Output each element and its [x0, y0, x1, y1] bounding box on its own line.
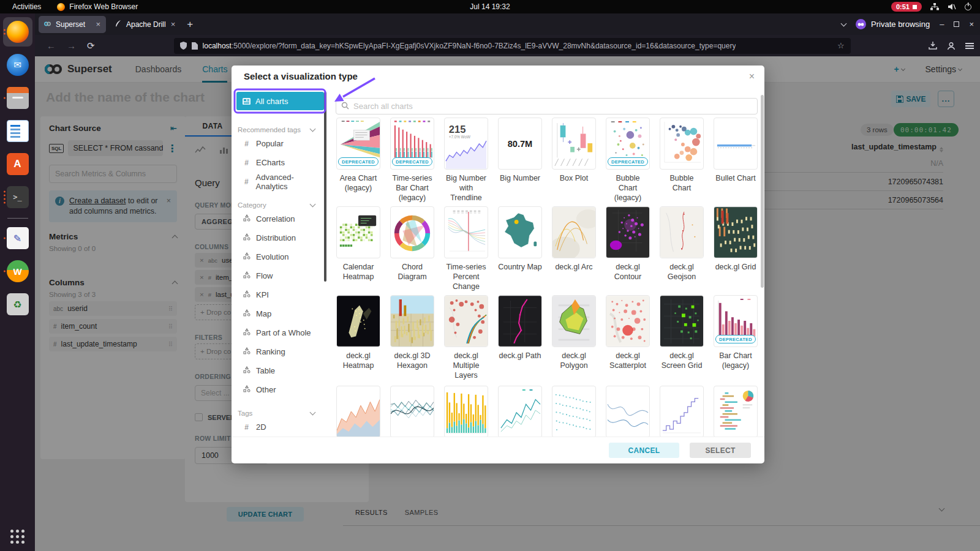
chart-card-partial-4[interactable]	[552, 386, 596, 437]
chart-card-area-chart-legacy-[interactable]: DEPRECATEDArea Chart (legacy)	[336, 118, 380, 203]
chart-card-deck-gl-grid[interactable]: deck.gl Grid	[714, 206, 758, 291]
chart-card-deck-gl-multiple-layers[interactable]: deck.gl Multiple Layers	[444, 295, 488, 380]
sidebar-item-table[interactable]: Table	[232, 361, 323, 380]
chart-thumbnail	[444, 295, 488, 347]
sidebar-item-echarts[interactable]: #ECharts	[232, 153, 323, 172]
sidebar-item-evolution[interactable]: Evolution	[232, 247, 323, 266]
cancel-button[interactable]: CANCEL	[609, 443, 679, 458]
chart-card-deck-gl-heatmap[interactable]: deck.gl Heatmap	[336, 295, 380, 380]
power-icon[interactable]	[965, 4, 971, 10]
bookmark-star-icon[interactable]: ☆	[837, 41, 845, 50]
network-icon[interactable]	[930, 3, 939, 10]
minimize-button[interactable]: –	[940, 20, 944, 29]
chart-card-time-series-percent-change[interactable]: Time-series Percent Change	[444, 206, 488, 291]
chart-card-partial-2[interactable]	[444, 386, 488, 437]
running-indicator	[4, 191, 6, 204]
tab-close-icon[interactable]: ×	[96, 20, 100, 29]
back-icon[interactable]: ←	[47, 40, 56, 51]
chevron-down-icon[interactable]	[310, 410, 316, 416]
chart-card-partial-3[interactable]	[498, 386, 542, 437]
chart-card-partial-0[interactable]	[336, 386, 380, 437]
select-button[interactable]: SELECT	[690, 443, 751, 458]
clock[interactable]: Jul 14 19:32	[0, 2, 980, 11]
volume-muted-icon[interactable]	[948, 3, 956, 10]
chart-card-deck-gl-3d-hexagon[interactable]: deck.gl 3D Hexagon	[390, 295, 434, 380]
sidebar-item-distribution[interactable]: Distribution	[232, 228, 323, 247]
files-icon	[7, 87, 29, 109]
list-all-tabs-icon[interactable]	[841, 20, 847, 26]
chevron-down-icon[interactable]	[310, 126, 316, 132]
new-tab-button[interactable]: +	[187, 18, 193, 31]
forward-icon[interactable]: →	[67, 40, 76, 51]
chart-card-partial-5[interactable]	[606, 386, 650, 437]
chart-card-deck-gl-scatterplot[interactable]: deck.gl Scatterplot	[606, 295, 650, 380]
save-page-icon[interactable]	[929, 42, 937, 50]
chart-card-deck-gl-arc[interactable]: deck.gl Arc	[552, 206, 596, 291]
sidebar-item-ranking[interactable]: Ranking	[232, 342, 323, 361]
sidebar-item-map[interactable]: Map	[232, 304, 323, 323]
sidebar-item-popular[interactable]: #Popular	[232, 134, 323, 153]
chart-card-bullet-chart[interactable]: Bullet Chart	[714, 118, 758, 203]
sidebar-item-part-of-a-whole[interactable]: Part of a Whole	[232, 323, 323, 342]
content-scrollbar[interactable]	[761, 95, 764, 288]
chart-card-deck-gl-screen-grid[interactable]: deck.gl Screen Grid	[660, 295, 704, 380]
chart-card-partial-7[interactable]	[714, 386, 758, 437]
chart-card-country-map[interactable]: Country Map	[498, 206, 542, 291]
dock-item-files[interactable]	[3, 83, 32, 113]
chart-thumbnail: DEPRECATED	[336, 118, 380, 170]
dock-item-wine-app[interactable]: W	[3, 257, 32, 286]
modal-close-icon[interactable]: ×	[749, 71, 755, 82]
show-applications-button[interactable]	[10, 530, 24, 544]
chart-cards-row: DEPRECATEDArea Chart (legacy)DEPRECATEDT…	[336, 118, 758, 203]
browser-tab-superset[interactable]: Superset×	[39, 16, 106, 33]
browser-tab-apache-drill[interactable]: Apache Drill×	[110, 16, 181, 33]
sidebar-item-kpi[interactable]: KPI	[232, 285, 323, 304]
chart-card-deck-gl-geojson[interactable]: deck.gl Geojson	[660, 206, 704, 291]
sidebar-item-correlation[interactable]: Correlation	[232, 209, 323, 228]
chart-card-label: deck.gl Path	[498, 351, 542, 361]
chart-card-box-plot[interactable]: Box Plot	[552, 118, 596, 203]
sidebar-item-advanced-analytics[interactable]: #Advanced-Analytics	[232, 172, 323, 191]
url-bar[interactable]: localhost:5000/explore/?form_data_key=hK…	[174, 38, 851, 54]
dock-item-libreoffice-writer[interactable]	[3, 116, 32, 146]
chart-card-deck-gl-path[interactable]: deck.gl Path	[498, 295, 542, 380]
chart-thumbnail	[498, 295, 542, 347]
chart-card-time-series-bar-chart-legacy-[interactable]: DEPRECATEDTime-series Bar Chart (legacy)	[390, 118, 434, 203]
chart-card-big-number[interactable]: 80.7MBig Number	[498, 118, 542, 203]
dock-item-firefox[interactable]	[3, 17, 32, 47]
sidebar-item-other[interactable]: Other	[232, 380, 323, 399]
chart-search-input[interactable]	[336, 98, 758, 114]
sidebar-scrollbar[interactable]	[324, 92, 326, 282]
sidebar-item-2d[interactable]: #2D	[232, 418, 323, 437]
account-icon[interactable]	[947, 42, 956, 50]
chart-card-partial-1[interactable]	[390, 386, 434, 437]
sidebar-item-all-charts[interactable]: All charts	[236, 92, 324, 110]
dock-item-trash[interactable]: ♻	[3, 290, 32, 319]
dock-item-terminal[interactable]: >_	[3, 182, 32, 212]
chart-card-partial-6[interactable]	[660, 386, 704, 437]
dock-item-ubuntu-software[interactable]: A	[3, 149, 32, 179]
text-editor-icon: ✎	[7, 227, 29, 249]
dock-item-thunderbird[interactable]: ✉	[3, 50, 32, 80]
chart-card-bubble-chart-legacy-[interactable]: DEPRECATEDBubble Chart (legacy)	[606, 118, 650, 203]
chart-card-bar-chart-legacy-[interactable]: DEPRECATEDBar Chart (legacy)	[714, 295, 758, 380]
chart-card-chord-diagram[interactable]: Chord Diagram	[390, 206, 434, 291]
reload-icon[interactable]: ⟳	[87, 40, 95, 51]
chart-card-label: deck.gl Grid	[714, 262, 758, 272]
sidebar-item-flow[interactable]: Flow	[232, 266, 323, 285]
chart-card-deck-gl-polygon[interactable]: deck.gl Polygon	[552, 295, 596, 380]
chart-thumbnail	[606, 295, 650, 347]
chart-card-deck-gl-contour[interactable]: deck.gl Contour	[606, 206, 650, 291]
chart-card-big-number-with-trendline[interactable]: 215+7.0% WoWBig Number with Trendline	[444, 118, 488, 203]
chart-card-label: Time-series Bar Chart (legacy)	[390, 173, 434, 203]
chart-card-bubble-chart[interactable]: Bubble Chart	[660, 118, 704, 203]
tab-close-icon[interactable]: ×	[171, 20, 176, 29]
dock-item-text-editor[interactable]: ✎	[3, 223, 32, 253]
close-window-button[interactable]: ×	[969, 20, 974, 29]
chart-thumbnail	[336, 206, 380, 258]
restore-button[interactable]	[954, 20, 959, 29]
chevron-down-icon[interactable]	[310, 201, 316, 208]
menu-icon[interactable]	[965, 43, 974, 49]
chart-card-calendar-heatmap[interactable]: Calendar Heatmap	[336, 206, 380, 291]
screen-recording-indicator[interactable]: 0:51	[891, 2, 922, 12]
